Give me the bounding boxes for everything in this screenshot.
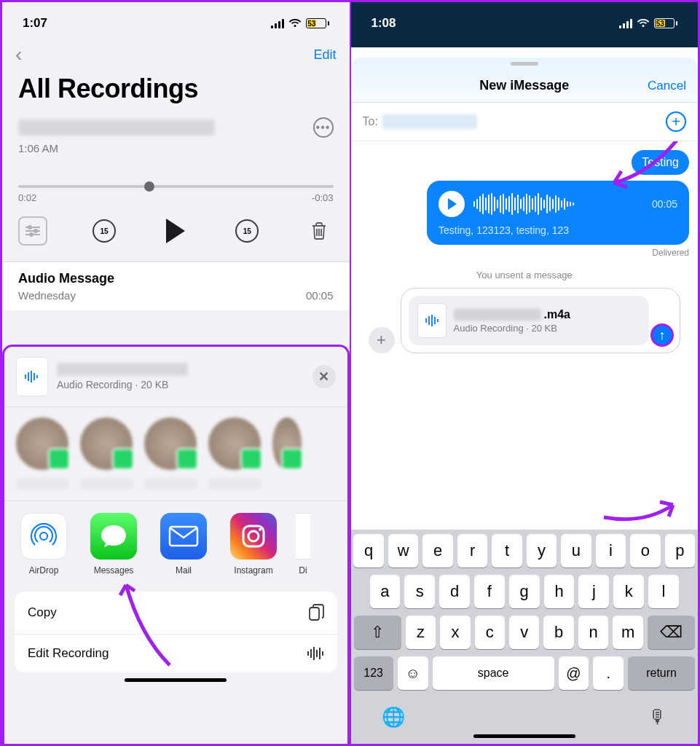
playback-scrubber[interactable] — [18, 185, 334, 188]
cellular-icon — [271, 18, 284, 28]
cellular-icon — [619, 18, 632, 28]
delete-button[interactable] — [304, 216, 334, 246]
shift-key[interactable]: ⇧ — [354, 616, 401, 649]
globe-key[interactable]: 🌐 — [382, 706, 405, 729]
return-key[interactable]: return — [628, 656, 695, 690]
key-h[interactable]: h — [544, 575, 575, 608]
key-c[interactable]: c — [475, 616, 505, 649]
messages-app[interactable]: Messages — [86, 513, 141, 576]
compose-row: + .m4a Audio Recording · 20 KB ↑ — [360, 288, 690, 359]
skip-back-15-button[interactable]: 15 — [93, 219, 116, 243]
battery-percent: 53 — [307, 20, 317, 27]
cancel-button[interactable]: Cancel — [648, 79, 686, 93]
attachment-card[interactable]: .m4a Audio Recording · 20 KB — [409, 296, 650, 345]
status-bar: 1:08 53 — [351, 2, 699, 39]
recording-selected[interactable]: ••• 1:06 AM — [2, 113, 350, 162]
message-input[interactable]: .m4a Audio Recording · 20 KB ↑ — [401, 288, 681, 353]
key-r[interactable]: r — [457, 534, 487, 568]
key-n[interactable]: n — [578, 616, 608, 649]
audio-file-icon — [16, 357, 48, 396]
recipient-redacted — [382, 114, 477, 129]
share-contacts-row — [4, 407, 347, 477]
mail-app[interactable]: Mail — [156, 513, 211, 576]
key-f[interactable]: f — [474, 575, 505, 608]
compose-header: New iMessage Cancel — [351, 58, 699, 103]
key-l[interactable]: l — [648, 575, 679, 608]
annotation-arrow — [600, 492, 680, 528]
partial-app[interactable]: Di — [296, 513, 310, 576]
recording-item-date: Wednesday — [18, 289, 76, 302]
voice-memos-screen: 1:07 53 ‹ Edit All Recordings ••• 1:06 A… — [0, 0, 350, 746]
waveform-icon — [473, 192, 643, 216]
svg-rect-16 — [310, 608, 319, 620]
dot-key[interactable]: . — [593, 656, 624, 690]
key-a[interactable]: a — [370, 575, 401, 608]
send-button[interactable]: ↑ — [650, 323, 674, 347]
key-v[interactable]: v — [509, 616, 539, 649]
key-s[interactable]: s — [404, 575, 435, 608]
at-key[interactable]: @ — [559, 656, 589, 690]
copy-action[interactable]: Copy — [15, 592, 337, 635]
key-e[interactable]: e — [422, 534, 452, 568]
contact-avatar[interactable] — [144, 417, 197, 470]
key-b[interactable]: b — [543, 616, 573, 649]
edit-recording-action[interactable]: Edit Recording — [15, 635, 337, 672]
backspace-key[interactable]: ⌫ — [648, 616, 695, 649]
numbers-key[interactable]: 123 — [354, 656, 393, 690]
contact-avatar[interactable] — [16, 417, 68, 470]
message-bubble[interactable]: Testing — [632, 150, 689, 175]
key-w[interactable]: w — [388, 534, 418, 568]
key-d[interactable]: d — [439, 575, 470, 608]
back-button[interactable]: ‹ — [15, 43, 22, 66]
waveform-icon — [307, 646, 324, 661]
key-m[interactable]: m — [613, 616, 642, 649]
status-bar: 1:07 53 — [2, 2, 350, 39]
key-i[interactable]: i — [596, 534, 626, 568]
key-g[interactable]: g — [509, 575, 540, 608]
compose-title: New iMessage — [479, 78, 569, 93]
airdrop-app[interactable]: AirDrop — [16, 513, 71, 576]
key-o[interactable]: o — [630, 534, 660, 568]
key-j[interactable]: j — [578, 575, 609, 608]
play-audio-button[interactable] — [439, 191, 465, 217]
more-options-button[interactable]: ••• — [313, 117, 334, 138]
contact-avatar[interactable] — [208, 417, 261, 470]
key-q[interactable]: q — [353, 534, 383, 568]
keyboard[interactable]: qwertyuiop asdfghjkl ⇧ zxcvbnm ⌫ 123 ☺ s… — [351, 530, 699, 744]
dictation-key[interactable]: 🎙 — [648, 706, 667, 729]
home-indicator[interactable] — [125, 678, 227, 682]
play-button[interactable] — [161, 216, 190, 246]
skip-forward-15-button[interactable]: 15 — [235, 219, 259, 243]
mail-icon — [160, 513, 207, 560]
key-u[interactable]: u — [561, 534, 591, 568]
add-recipient-button[interactable]: + — [666, 111, 686, 132]
playback-settings-button[interactable] — [18, 216, 47, 246]
svg-point-15 — [259, 528, 261, 531]
remaining-time: -0:03 — [312, 192, 334, 203]
wifi-icon — [637, 18, 650, 28]
key-k[interactable]: k — [613, 575, 644, 608]
key-t[interactable]: t — [492, 534, 522, 568]
audio-message-bubble[interactable]: 00:05 Testing, 123123, testing, 123 — [427, 181, 689, 245]
recipients-field[interactable]: To: + — [351, 103, 699, 141]
nav-bar: ‹ Edit — [2, 39, 350, 71]
key-p[interactable]: p — [665, 534, 695, 568]
share-actions: Copy Edit Recording — [15, 592, 337, 672]
key-z[interactable]: z — [406, 616, 436, 649]
recording-item-duration: 00:05 — [306, 289, 334, 302]
home-indicator[interactable] — [473, 734, 575, 738]
emoji-key[interactable]: ☺ — [398, 656, 428, 690]
copy-icon — [308, 603, 324, 622]
key-y[interactable]: y — [527, 534, 557, 568]
key-x[interactable]: x — [440, 616, 470, 649]
recording-list-item[interactable]: Audio Message Wednesday 00:05 — [2, 262, 350, 310]
edit-button[interactable]: Edit — [313, 47, 336, 63]
add-attachment-button[interactable]: + — [369, 327, 395, 353]
contact-avatar[interactable] — [272, 417, 302, 470]
contact-avatar[interactable] — [80, 417, 133, 470]
instagram-app[interactable]: Instagram — [226, 513, 281, 576]
imessage-screen: 1:08 53 New iMessage Cancel To: + Testin… — [350, 0, 701, 746]
close-share-button[interactable]: ✕ — [312, 365, 336, 388]
space-key[interactable]: space — [433, 656, 554, 690]
status-indicators: 53 — [619, 18, 677, 28]
